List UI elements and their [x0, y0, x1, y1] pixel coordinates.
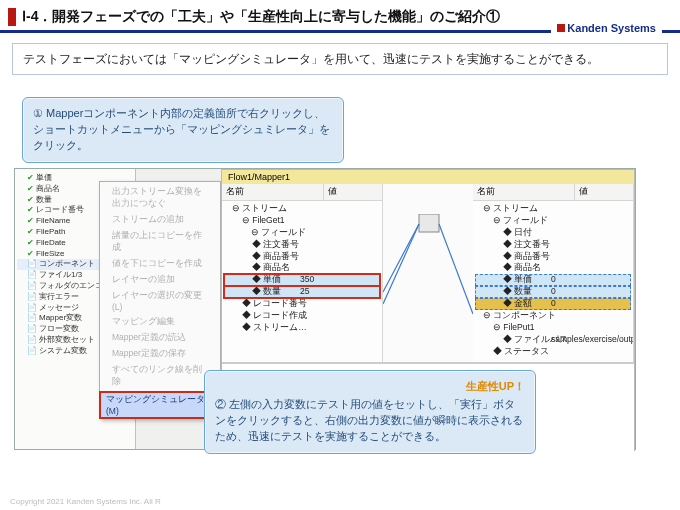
slide-title: Ⅰ-4．開発フェーズでの「工夫」や「生産性向上に寄与した機能」のご紹介①: [22, 8, 500, 26]
context-menu-item[interactable]: Mapper定義の保存: [106, 346, 214, 362]
context-menu-item[interactable]: すべてのリンク線を削除: [106, 362, 214, 390]
context-menu-item[interactable]: ストリームの追加: [106, 212, 214, 228]
output-row: ◆ 単価0: [475, 274, 631, 286]
lead-text: テストフェーズにおいては「マッピングシミュレータ」を用いて、迅速にテストを実施す…: [12, 43, 668, 75]
context-menu-item[interactable]: マッピング編集: [106, 314, 214, 330]
callout2-badge: 生産性UP！: [215, 379, 525, 395]
callout2-body: ② 左側の入力変数にテスト用の値をセットし、「実行」ボタンをクリックすると、右側…: [215, 397, 525, 445]
copyright: Copyright 2021 Kanden Systems Inc. All R: [10, 497, 161, 506]
brand-badge: Kanden Systems: [551, 22, 662, 34]
output-row: ◆ 商品番号: [475, 251, 631, 263]
svg-rect-0: [419, 214, 439, 232]
input-row[interactable]: ◆ 数量25: [224, 286, 380, 298]
context-menu-item[interactable]: 諸量の上にコピーを作成: [106, 228, 214, 256]
callout-step1: ① Mapperコンポーネント内部の定義箇所で右クリックし、ショートカットメニュ…: [22, 97, 344, 163]
context-menu-item[interactable]: 出力ストリーム変換を出力につなぐ: [106, 184, 214, 212]
output-row: ◆ 日付: [475, 227, 631, 239]
input-row[interactable]: ◆ 商品名: [224, 262, 380, 274]
output-row: ◆ 商品名: [475, 262, 631, 274]
input-row[interactable]: ◆ 注文番号: [224, 239, 380, 251]
mapping-canvas: [383, 184, 473, 362]
brand-text: Kanden Systems: [567, 22, 656, 34]
header-accent: [8, 8, 16, 26]
callout-step2: 生産性UP！ ② 左側の入力変数にテスト用の値をセットし、「実行」ボタンをクリッ…: [204, 370, 536, 454]
context-menu[interactable]: 出力ストリーム変換を出力につなぐストリームの追加諸量の上にコピーを作成値を下にコ…: [99, 181, 221, 419]
output-row: ◆ 数量0: [475, 286, 631, 298]
input-column: 名前値 ⊖ ストリーム⊖ FileGet1 ⊖ フィールド◆ 注文番号◆ 商品番…: [222, 184, 383, 362]
output-row: ◆ 注文番号: [475, 239, 631, 251]
output-row: ◆ 金額0: [475, 298, 631, 310]
input-row[interactable]: ◆ 単価350: [224, 274, 380, 286]
svg-line-2: [383, 224, 419, 304]
mapper-title: Flow1/Mapper1: [222, 170, 634, 184]
context-menu-item-simulator[interactable]: マッピングシミュレータ(M): [100, 392, 220, 418]
context-menu-item[interactable]: レイヤーの追加: [106, 272, 214, 288]
svg-line-3: [439, 224, 473, 314]
context-menu-item[interactable]: レイヤーの選択の変更(L): [106, 288, 214, 314]
svg-line-1: [383, 224, 419, 292]
context-menu-item[interactable]: Mapper定義の読込: [106, 330, 214, 346]
input-row[interactable]: ◆ 商品番号: [224, 251, 380, 263]
output-column: 名前値 ⊖ ストリーム⊖ フィールド◆ 日付◆ 注文番号◆ 商品番号◆ 商品名◆…: [473, 184, 634, 362]
brand-icon: [557, 24, 565, 32]
context-menu-item[interactable]: 値を下にコピーを作成: [106, 256, 214, 272]
